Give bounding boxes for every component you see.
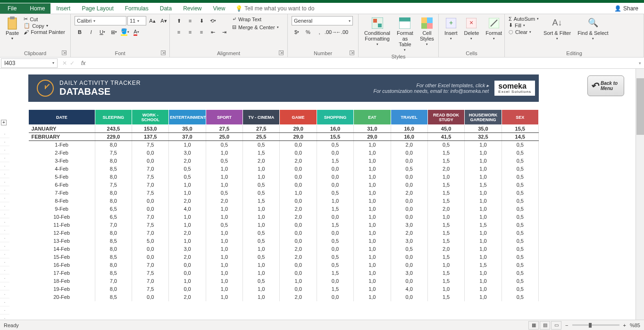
accounting-button[interactable]: $▾ [292,27,302,37]
table-row[interactable]: 9-Feb6,50,04,01,01,02,01,51,00,02,01,00,… [29,205,539,213]
column-header[interactable]: TRAVEL [391,110,427,125]
row-header[interactable]: · [0,138,9,146]
column-header[interactable]: SLEEPING [95,110,132,125]
summary-row[interactable]: JANUARY243,5153,035,027,527,529,016,031,… [29,125,539,133]
fill-color-button[interactable]: 🪣▾ [120,27,130,37]
enter-icon[interactable]: ✓ [70,60,75,66]
format-cells-button[interactable]: Format▾ [484,16,504,41]
row-header[interactable]: · [0,306,9,314]
table-row[interactable]: 8-Feb8,00,02,02,01,50,01,01,00,01,51,00,… [29,197,539,205]
tab-home[interactable]: Home [24,3,50,14]
align-left-button[interactable]: ≡ [174,27,184,37]
table-row[interactable]: 14-Feb8,00,03,01,01,02,00,01,00,52,01,00… [29,245,539,253]
table-row[interactable]: 18-Feb7,07,01,01,00,51,00,01,00,01,51,00… [29,277,539,285]
back-to-menu-button[interactable]: ↶ Back to Menu [587,75,624,96]
row-header[interactable]: · [0,146,9,154]
share-button[interactable]: 👤 Share [609,5,644,12]
tab-review[interactable]: Review [177,3,207,14]
row-header[interactable]: · [0,274,9,282]
row-header[interactable]: · [0,178,9,186]
row-header[interactable]: · [0,194,9,202]
conditional-formatting-button[interactable]: Conditional Formatting▾ [362,16,392,47]
underline-button[interactable]: U▾ [97,27,108,37]
align-center-button[interactable]: ≡ [185,27,195,37]
row-header[interactable]: · [0,234,9,242]
summary-row[interactable]: FEBRUARY229,0137,537,025,025,529,015,529… [29,133,539,141]
font-size-select[interactable]: 11▾ [127,16,146,25]
italic-button[interactable]: I [86,27,96,37]
bold-button[interactable]: B [75,27,85,37]
align-top-button[interactable]: ⬆ [174,16,184,25]
table-row[interactable]: 13-Feb8,55,01,01,00,50,00,51,03,01,51,00… [29,237,539,245]
dialog-launcher-icon[interactable]: ⇲ [161,50,166,55]
decrease-decimal-button[interactable]: ←.00 [337,27,347,37]
cancel-icon[interactable]: ✕ [62,60,67,66]
row-header[interactable]: · [0,298,9,306]
column-header[interactable]: TV - CINEMA [243,110,280,125]
align-right-button[interactable]: ≡ [196,27,207,37]
insert-cells-button[interactable]: +Insert▾ [443,16,460,41]
expand-formula-icon[interactable]: ▾ [636,61,644,66]
table-row[interactable]: 3-Feb8,00,02,00,52,02,01,51,00,01,51,00,… [29,157,539,165]
format-painter-button[interactable]: 🖌Format Painter [24,29,65,35]
table-row[interactable]: 11-Feb7,07,51,00,51,00,01,51,03,01,51,50… [29,221,539,229]
table-row[interactable]: 16-Feb8,07,00,01,01,00,00,51,00,01,01,50… [29,261,539,269]
clear-button[interactable]: ◌Clear▾ [509,29,539,35]
row-header[interactable]: · [0,314,9,320]
outline-expand-button[interactable]: + [1,120,7,125]
column-header[interactable]: WORK - SCHOOL [132,110,169,125]
format-as-table-button[interactable]: Format as Table▾ [395,16,415,53]
table-row[interactable]: 15-Feb8,50,02,01,00,52,00,51,00,01,51,00… [29,253,539,261]
merge-center-button[interactable]: ⊟Merge & Center▾ [232,24,279,30]
table-row[interactable]: 6-Feb7,57,01,01,00,50,00,01,00,01,51,50,… [29,181,539,189]
row-header[interactable]: · [0,226,9,234]
name-box[interactable]: I403▾ [1,58,58,68]
column-header[interactable]: SEX [502,110,538,125]
tab-file[interactable]: File [0,3,24,14]
row-header[interactable]: · [0,162,9,170]
tab-view[interactable]: View [208,3,231,14]
align-middle-button[interactable]: ≡ [185,16,195,25]
row-header[interactable]: · [0,242,9,250]
percent-button[interactable]: % [303,27,313,37]
number-format-select[interactable]: General▾ [292,16,353,25]
fx-icon[interactable]: fx [78,60,88,66]
vertical-scrollbar[interactable] [636,69,644,320]
font-name-select[interactable]: Calibri▾ [75,16,126,25]
row-header[interactable]: · [0,210,9,218]
row-header[interactable]: · [0,202,9,210]
tab-insert[interactable]: Insert [50,3,76,14]
delete-cells-button[interactable]: ×Delete▾ [462,16,481,41]
table-row[interactable]: 20-Feb8,50,02,01,01,02,00,01,00,01,51,00… [29,293,539,301]
cell-styles-button[interactable]: Cell Styles▾ [418,16,436,47]
column-header[interactable]: GAME [280,110,317,125]
row-header[interactable]: · [0,250,9,258]
row-header[interactable]: · [0,154,9,162]
formula-input[interactable] [88,59,636,67]
tab-formulas[interactable]: Formulas [119,3,154,14]
data-table[interactable]: DATESLEEPINGWORK - SCHOOLENTERTAINMENTSP… [28,109,539,301]
decrease-indent-button[interactable]: ⇤ [208,27,218,37]
column-header[interactable]: SHOPPING [317,110,353,125]
row-header[interactable]: · [0,130,9,138]
column-header[interactable]: HOUSEWORK GARDENING [465,110,502,125]
increase-indent-button[interactable]: ⇥ [219,27,229,37]
row-header[interactable]: · [0,186,9,194]
table-row[interactable]: 7-Feb8,07,51,00,50,51,00,51,02,01,51,00,… [29,189,539,197]
row-header[interactable]: · [0,282,9,290]
table-row[interactable]: 4-Feb8,57,00,51,01,00,00,01,00,52,01,00,… [29,165,539,173]
decrease-font-button[interactable]: A▾ [159,16,169,25]
table-row[interactable]: 12-Feb8,07,02,01,00,50,00,01,02,01,51,00… [29,229,539,237]
find-select-button[interactable]: 🔍Find & Select▾ [576,16,610,41]
dialog-launcher-icon[interactable]: ⇲ [279,50,284,55]
row-header[interactable]: · [0,290,9,298]
comma-button[interactable]: , [314,27,325,37]
increase-font-button[interactable]: A▴ [147,16,158,25]
column-header[interactable]: SPORT [206,110,243,125]
cut-button[interactable]: ✂Cut [24,16,65,22]
copy-button[interactable]: 📋Copy▾ [24,23,65,29]
column-header[interactable]: ENTERTAINMENT [169,110,206,125]
orientation-button[interactable]: ⟲▾ [208,16,218,25]
sort-filter-button[interactable]: A↓Sort & Filter▾ [542,16,573,41]
tab-page-layout[interactable]: Page Layout [76,3,119,14]
